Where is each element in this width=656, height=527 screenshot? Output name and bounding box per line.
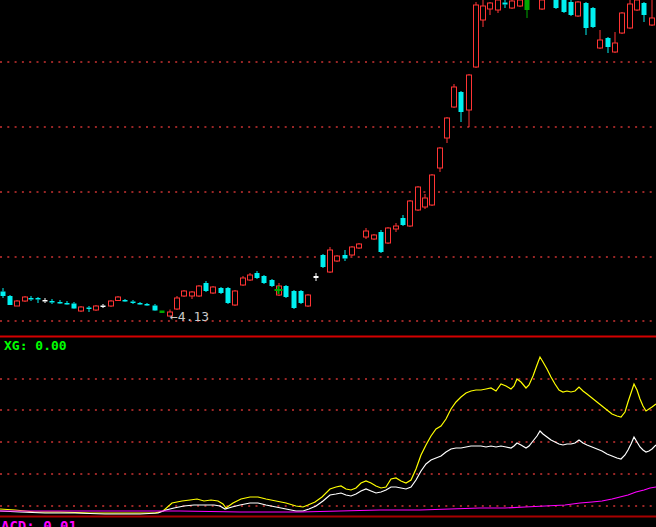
candle-down-body bbox=[138, 303, 143, 305]
candle-down-body bbox=[343, 255, 348, 259]
candle-up-body bbox=[182, 291, 187, 296]
candle-green-body bbox=[525, 0, 530, 10]
candle-down-body bbox=[29, 298, 34, 300]
candle-up-body bbox=[452, 87, 457, 107]
candle-down-body bbox=[36, 298, 41, 300]
candle-up-body bbox=[576, 2, 581, 16]
candle-down-body bbox=[50, 301, 55, 303]
candle-down-body bbox=[554, 0, 559, 8]
candle-up-body bbox=[190, 292, 195, 296]
candle-down-body bbox=[1, 292, 6, 297]
candle-up-body bbox=[481, 6, 486, 20]
candle-up-body bbox=[335, 256, 340, 261]
candle-up-body bbox=[175, 298, 180, 309]
candle-down-body bbox=[87, 308, 92, 310]
candle-up-body bbox=[620, 13, 625, 33]
candle-up-body bbox=[328, 250, 333, 272]
candle-down-body bbox=[299, 291, 304, 303]
candle-down-body bbox=[131, 302, 136, 304]
candle-up-body bbox=[233, 291, 238, 305]
candle-down-body bbox=[58, 302, 63, 304]
candle-up-body bbox=[23, 297, 28, 301]
candle-green-body bbox=[160, 311, 165, 314]
candle-down-body bbox=[204, 283, 209, 291]
candle-up-body bbox=[306, 295, 311, 306]
candle-down-body bbox=[219, 288, 224, 293]
candle-up-body bbox=[635, 0, 640, 10]
candle-down-body bbox=[72, 304, 77, 309]
candle-up-body bbox=[423, 198, 428, 207]
indicator-line-white bbox=[0, 431, 656, 514]
candle-down-body bbox=[401, 218, 406, 225]
candle-down-body bbox=[606, 38, 611, 47]
kline-chart-canvas[interactable] bbox=[0, 0, 656, 527]
candle-down-body bbox=[270, 280, 275, 286]
candle-up-body bbox=[518, 0, 523, 6]
stock-chart-window: XG: 0.00 ACD: 0.01 ←4.13 bbox=[0, 0, 656, 527]
candle-up-body bbox=[540, 0, 545, 9]
indicator-line-yellow bbox=[0, 357, 656, 513]
candle-down-body bbox=[145, 304, 150, 306]
candle-down-body bbox=[65, 303, 70, 305]
candle-down-body bbox=[642, 3, 647, 15]
candle-up-body bbox=[241, 278, 246, 285]
candle-up-body bbox=[109, 301, 114, 306]
candle-up-body bbox=[116, 297, 121, 301]
candle-up-body bbox=[510, 1, 515, 8]
xg-indicator-label: XG: 0.00 bbox=[4, 338, 67, 353]
candle-down-body bbox=[284, 286, 289, 297]
candle-up-body bbox=[386, 228, 391, 243]
candle-down-body bbox=[562, 0, 567, 12]
candle-up-body bbox=[394, 226, 399, 229]
candle-down-body bbox=[379, 232, 384, 252]
candle-down-body bbox=[503, 3, 508, 5]
candle-down-body bbox=[226, 288, 231, 303]
low-price-annotation: ←4.13 bbox=[170, 309, 209, 324]
acd-indicator-label: ACD: 0.01 bbox=[1, 518, 77, 527]
candle-up-body bbox=[438, 148, 443, 168]
candle-up-body bbox=[628, 4, 633, 28]
candle-body bbox=[43, 300, 48, 302]
candle-down-body bbox=[255, 273, 260, 278]
candle-up-body bbox=[467, 75, 472, 110]
candle-body bbox=[101, 306, 106, 308]
candle-up-body bbox=[496, 0, 501, 10]
candle-up-body bbox=[350, 247, 355, 255]
candle-up-body bbox=[598, 40, 603, 48]
candle-down-body bbox=[292, 291, 297, 308]
candle-down-body bbox=[584, 3, 589, 28]
candle-down-body bbox=[153, 306, 158, 311]
candle-up-body bbox=[650, 18, 655, 25]
candle-down-body bbox=[123, 300, 128, 302]
candle-up-body bbox=[197, 286, 202, 296]
candle-up-body bbox=[416, 187, 421, 210]
candle-up-body bbox=[372, 235, 377, 239]
candle-up-body bbox=[488, 3, 493, 9]
candle-up-body bbox=[211, 287, 216, 293]
candle-body bbox=[314, 276, 319, 278]
candle-up-body bbox=[79, 307, 84, 311]
candle-up-body bbox=[613, 43, 618, 52]
candle-up-body bbox=[474, 5, 479, 67]
candle-down-body bbox=[321, 255, 326, 267]
candle-down-body bbox=[459, 92, 464, 112]
candle-down-body bbox=[569, 2, 574, 15]
candle-up-body bbox=[15, 301, 20, 306]
candle-down-body bbox=[262, 276, 267, 283]
candle-up-body bbox=[248, 275, 253, 280]
candle-up-body bbox=[430, 175, 435, 205]
candle-down-body bbox=[8, 296, 13, 305]
candle-up-body bbox=[94, 306, 99, 310]
candle-up-body bbox=[357, 244, 362, 248]
candle-up-body bbox=[408, 201, 413, 226]
candle-up-body bbox=[445, 118, 450, 138]
candle-down-body bbox=[591, 8, 596, 27]
candle-up-body bbox=[364, 231, 369, 237]
